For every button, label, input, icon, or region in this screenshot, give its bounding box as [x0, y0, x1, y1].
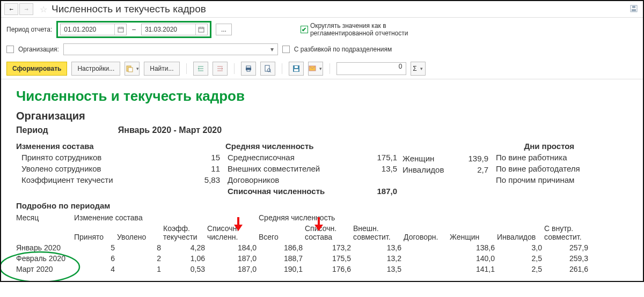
table-cell: 173,2	[305, 242, 353, 253]
number-input[interactable]: 0	[336, 62, 406, 75]
page-title: Численность и текучесть кадров	[52, 3, 206, 15]
clipboard-button[interactable]: ▾	[125, 62, 140, 76]
arrow-down-icon	[232, 216, 245, 232]
svg-rect-7	[199, 27, 204, 32]
table-cell: 190,1	[259, 264, 305, 274]
table-cell	[404, 251, 450, 253]
collapse-button[interactable]	[213, 62, 228, 76]
svg-rect-21	[247, 70, 250, 71]
date-dash: –	[130, 26, 138, 33]
date-from-input[interactable]: 01.01.2020	[60, 24, 127, 35]
table-cell: 187,0	[207, 253, 259, 264]
svg-line-24	[270, 71, 271, 72]
table-cell: 187,0	[207, 264, 259, 274]
settings-button[interactable]: Настройки...	[71, 62, 120, 76]
table-cell: 175,5	[305, 253, 353, 264]
report-title: Численность и текучесть кадров	[16, 88, 628, 105]
table-cell: 2,5	[497, 264, 544, 274]
svg-point-33	[0, 252, 79, 282]
period-value: Январь 2020 - Март 2020	[118, 125, 222, 135]
separator	[282, 63, 282, 74]
svg-rect-1	[632, 9, 636, 11]
svg-marker-32	[314, 225, 323, 231]
expand-button[interactable]	[193, 62, 208, 76]
table-cell: 261,6	[544, 264, 590, 274]
table-cell: 13,2	[353, 253, 404, 264]
table-cell: 188,7	[259, 253, 305, 264]
org-label: Организация:	[18, 46, 59, 53]
svg-rect-2	[632, 6, 635, 8]
save-icon[interactable]	[630, 5, 640, 14]
table-cell: 3,0	[497, 242, 544, 253]
separator	[234, 63, 235, 74]
table-cell: 138,6	[450, 242, 497, 253]
breakdown-label: С разбивкой по подразделениям	[294, 46, 392, 53]
date-from-value: 01.01.2020	[61, 26, 114, 33]
preview-button[interactable]	[260, 62, 275, 76]
table-cell: 140,0	[450, 253, 497, 264]
table-cell: 4,28	[163, 242, 207, 253]
data-rows: Январь 2020584,28184,0186,8173,213,6138,…	[16, 242, 628, 274]
table-cell	[404, 272, 450, 274]
period-more-button[interactable]: ...	[216, 24, 232, 35]
nav-forward-button[interactable]: →	[19, 3, 33, 15]
org-input[interactable]: ▾	[63, 43, 278, 55]
sigma-button[interactable]: Σ▾	[411, 62, 426, 76]
separator	[186, 63, 187, 74]
idle-header: Дни простоя	[494, 142, 628, 151]
table-cell: 257,9	[544, 242, 590, 253]
detail-header: Подробно по периодам	[16, 201, 628, 210]
avg-header: Средняя численность	[225, 142, 397, 151]
table-cell: 141,1	[450, 264, 497, 274]
svg-marker-30	[234, 225, 243, 231]
svg-rect-12	[128, 68, 133, 72]
separator	[330, 63, 330, 74]
dropdown-icon[interactable]: ▾	[267, 46, 277, 53]
save-button[interactable]	[289, 62, 304, 76]
table-cell: 1,06	[163, 253, 207, 264]
breakdown-checkbox[interactable]	[282, 46, 290, 53]
favorite-star-icon[interactable]: ☆	[38, 3, 49, 15]
oval-highlight-icon	[0, 250, 84, 282]
table-cell: 8	[117, 242, 163, 253]
table-cell: 13,6	[353, 242, 404, 253]
calendar-icon[interactable]	[195, 24, 207, 35]
table-cell: 259,3	[544, 253, 590, 264]
mail-button[interactable]: ▾	[308, 62, 323, 76]
date-to-input[interactable]: 31.03.2020	[141, 24, 208, 35]
org-checkbox[interactable]	[6, 46, 14, 53]
table-cell: 176,6	[305, 264, 353, 274]
report-org: Организация	[16, 110, 628, 122]
table-cell	[404, 262, 450, 264]
check-icon: ✔	[301, 26, 308, 33]
round-checkbox[interactable]: ✔ Округлять значения как в регламентиров…	[301, 22, 428, 38]
table-cell: 2	[117, 253, 163, 264]
period-label: Период отчета:	[6, 26, 52, 33]
period-box: 01.01.2020 – 31.03.2020	[56, 21, 211, 38]
svg-rect-27	[295, 66, 298, 68]
round-label: Округлять значения как в регламентирован…	[310, 22, 428, 38]
print-button[interactable]	[241, 62, 256, 76]
table-cell: 0,53	[163, 264, 207, 274]
chevron-down-icon: ▾	[420, 66, 423, 71]
find-button[interactable]: Найти...	[144, 62, 179, 76]
svg-rect-26	[294, 69, 298, 71]
table-cell: 1	[117, 264, 163, 274]
date-to-value: 31.03.2020	[142, 26, 195, 33]
report-body: − Численность и текучесть кадров Организ…	[1, 79, 643, 281]
calendar-icon[interactable]	[114, 24, 126, 35]
table-cell: 186,8	[259, 242, 305, 253]
chevron-down-icon: ▾	[136, 66, 139, 71]
table-cell: 2,5	[497, 253, 544, 264]
nav-back-button[interactable]: ←	[4, 3, 18, 15]
table-cell: 13,5	[353, 264, 404, 274]
svg-rect-3	[118, 27, 123, 32]
arrow-down-icon	[312, 216, 325, 232]
form-button[interactable]: Сформировать	[6, 62, 67, 76]
changes-header: Изменения состава	[16, 142, 220, 151]
table-cell: 184,0	[207, 242, 259, 253]
period-label: Период	[16, 125, 48, 135]
chevron-down-icon: ▾	[319, 66, 322, 71]
